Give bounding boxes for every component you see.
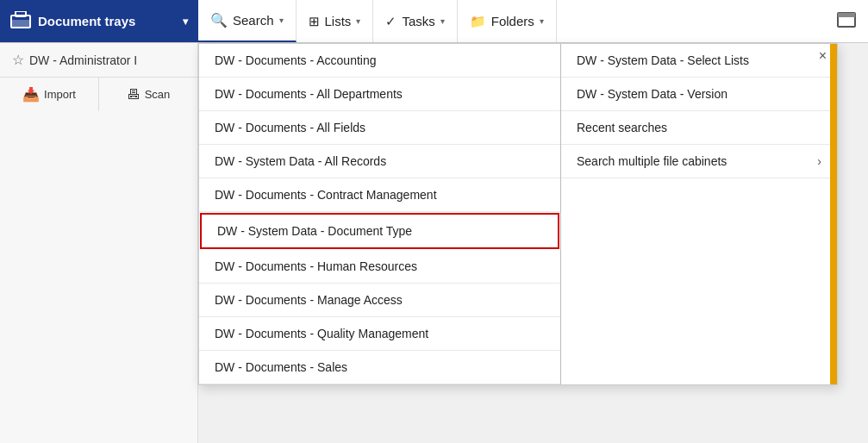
- sidebar: ☆ DW - Administrator I 📥 Import 🖷 Scan: [0, 43, 198, 443]
- lists-label: Lists: [325, 14, 352, 28]
- svg-rect-2: [16, 11, 26, 16]
- chevron-down-icon: ▾: [183, 16, 188, 28]
- nav-item-folders[interactable]: 📁 Folders ▾: [458, 0, 557, 42]
- sidebar-title-row: ☆ DW - Administrator I: [0, 43, 197, 77]
- dropdown-item-accounting[interactable]: DW - Documents - Accounting: [199, 44, 560, 78]
- nav-item-tasks[interactable]: ✓ Tasks ▾: [373, 0, 457, 42]
- scan-button[interactable]: 🖷 Scan: [99, 78, 197, 111]
- document-trays-panel[interactable]: Document trays ▾: [0, 0, 198, 42]
- nav-item-search[interactable]: 🔍 Search ▾: [198, 0, 297, 42]
- dropdown-item-select-lists[interactable]: DW - System Data - Select Lists: [561, 44, 837, 78]
- folders-chevron-icon: ▾: [540, 16, 544, 26]
- search-dropdown: DW - Documents - Accounting DW - Documen…: [198, 43, 838, 385]
- dropdown-item-system-doc-type[interactable]: DW - System Data - Document Type: [200, 213, 559, 249]
- search-label: Search: [233, 13, 274, 28]
- dropdown-item-all-departments[interactable]: DW - Documents - All Departments: [199, 78, 560, 111]
- import-button[interactable]: 📥 Import: [0, 78, 99, 111]
- arrow-right-icon: ›: [817, 154, 821, 168]
- search-icon: 🔍: [210, 12, 228, 28]
- dropdown-item-manage-access[interactable]: DW - Documents - Manage Access: [199, 284, 560, 317]
- dropdown-left-column: DW - Documents - Accounting DW - Documen…: [199, 44, 561, 384]
- tasks-label: Tasks: [402, 14, 434, 28]
- dropdown-item-contract-mgmt[interactable]: DW - Documents - Contract Management: [199, 178, 560, 212]
- folders-icon: 📁: [470, 14, 486, 29]
- svg-rect-1: [11, 20, 30, 28]
- search-chevron-icon: ▾: [279, 16, 284, 25]
- close-button[interactable]: ×: [819, 49, 827, 63]
- dropdown-item-sales[interactable]: DW - Documents - Sales: [199, 351, 560, 384]
- dropdown-right-column: × DW - System Data - Select Lists DW - S…: [561, 44, 837, 384]
- import-icon: 📥: [22, 86, 40, 103]
- sidebar-user-label: DW - Administrator I: [29, 53, 137, 67]
- document-trays-label: Document trays: [38, 14, 135, 28]
- scan-label: Scan: [145, 88, 171, 101]
- inbox-icon: [10, 11, 31, 31]
- dropdown-item-multiple-cabinets[interactable]: Search multiple file cabinets ›: [561, 145, 837, 178]
- svg-rect-4: [838, 13, 855, 17]
- dropdown-item-all-fields[interactable]: DW - Documents - All Fields: [199, 111, 560, 145]
- dropdown-item-quality-mgmt[interactable]: DW - Documents - Quality Management: [199, 317, 560, 351]
- window-icon: [837, 12, 856, 30]
- lists-icon: ⊞: [309, 14, 320, 29]
- dropdown-item-version[interactable]: DW - System Data - Version: [561, 78, 837, 111]
- star-icon[interactable]: ☆: [12, 52, 24, 68]
- dropdown-item-human-resources[interactable]: DW - Documents - Human Resources: [199, 250, 560, 284]
- import-label: Import: [44, 88, 76, 101]
- nav-item-window[interactable]: [825, 0, 868, 42]
- lists-chevron-icon: ▾: [356, 16, 360, 26]
- dropdown-item-recent-searches[interactable]: Recent searches: [561, 111, 837, 145]
- tasks-chevron-icon: ▾: [440, 16, 445, 26]
- nav-item-lists[interactable]: ⊞ Lists ▾: [297, 0, 374, 42]
- top-navigation: Document trays ▾ 🔍 Search ▾ ⊞ Lists ▾ ✓ …: [0, 0, 868, 43]
- tasks-icon: ✓: [385, 14, 397, 29]
- folders-label: Folders: [491, 14, 534, 28]
- dropdown-item-system-all-records[interactable]: DW - System Data - All Records: [199, 145, 560, 178]
- scan-icon: 🖷: [127, 87, 141, 103]
- sidebar-actions: 📥 Import 🖷 Scan: [0, 77, 197, 111]
